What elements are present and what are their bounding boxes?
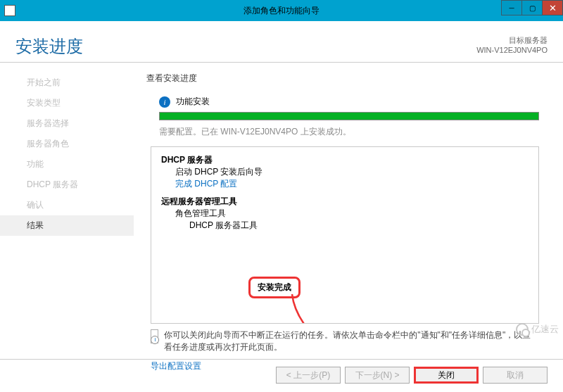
- window-close-button[interactable]: ✕: [542, 0, 563, 15]
- task-flag-icon: [151, 329, 158, 343]
- close-wizard-note: 你可以关闭此向导而不中断正在运行的任务。请依次单击命令栏中的"通知"和"任务详细…: [151, 329, 539, 353]
- cancel-button: 取消: [483, 367, 548, 384]
- status-line: i 功能安装: [159, 96, 548, 108]
- sidebar-item-dhcp-server: DHCP 服务器: [0, 175, 134, 195]
- sidebar-item-features: 功能: [0, 154, 134, 175]
- target-server-info: 目标服务器 WIN-V12EJ0NV4PO: [476, 35, 548, 58]
- page-title: 安装进度: [15, 35, 83, 58]
- window-title: 添加角色和功能向导: [0, 5, 563, 17]
- window-controls: ─ ▢ ✕: [502, 0, 563, 15]
- complete-dhcp-config-link[interactable]: 完成 DHCP 配置: [175, 178, 529, 190]
- note-text: 你可以关闭此向导而不中断正在运行的任务。请依次单击命令栏中的"通知"和"任务详细…: [164, 329, 539, 353]
- wizard-body: 开始之前 安装类型 服务器选择 服务器角色 功能 DHCP 服务器 确认 结果 …: [0, 63, 563, 372]
- minimize-button[interactable]: ─: [501, 0, 522, 15]
- watermark-icon: [516, 323, 529, 336]
- target-label: 目标服务器: [476, 35, 548, 46]
- wizard-footer: < 上一步(P) 下一步(N) > 关闭 取消: [0, 359, 563, 384]
- sidebar-item-server-select: 服务器选择: [0, 113, 134, 134]
- watermark: 亿速云: [516, 323, 559, 336]
- titlebar: 添加角色和功能向导 ─ ▢ ✕: [0, 0, 563, 21]
- sidebar-item-results: 结果: [0, 215, 134, 236]
- detail-role-tools: 角色管理工具: [175, 208, 529, 220]
- detail-remote-tools: 远程服务器管理工具: [161, 196, 529, 208]
- view-progress-label: 查看安装进度: [146, 72, 548, 84]
- install-details-panel: DHCP 服务器 启动 DHCP 安装后向导 完成 DHCP 配置 远程服务器管…: [151, 146, 539, 324]
- status-text: 功能安装: [176, 96, 210, 108]
- config-required-message: 需要配置。已在 WIN-V12EJ0NV4PO 上安装成功。: [159, 126, 548, 138]
- wizard-header: 安装进度 目标服务器 WIN-V12EJ0NV4PO: [0, 21, 563, 63]
- maximize-button[interactable]: ▢: [521, 0, 543, 15]
- detail-dhcp-server: DHCP 服务器: [161, 154, 529, 166]
- info-icon: i: [159, 96, 170, 108]
- sidebar-item-server-roles: 服务器角色: [0, 134, 134, 154]
- wizard-steps-sidebar: 开始之前 安装类型 服务器选择 服务器角色 功能 DHCP 服务器 确认 结果: [0, 63, 134, 372]
- detail-dhcp-start-wizard: 启动 DHCP 安装后向导: [175, 166, 529, 178]
- install-complete-annotation: 安装完成: [248, 277, 301, 298]
- sidebar-item-before-begin: 开始之前: [0, 72, 134, 93]
- next-button: 下一步(N) >: [345, 367, 410, 384]
- progress-bar: [159, 112, 539, 120]
- watermark-text: 亿速云: [531, 323, 559, 336]
- wizard-main: 查看安装进度 i 功能安装 需要配置。已在 WIN-V12EJ0NV4PO 上安…: [134, 63, 563, 372]
- previous-button: < 上一步(P): [276, 367, 341, 384]
- sidebar-item-confirm: 确认: [0, 195, 134, 215]
- close-button[interactable]: 关闭: [414, 367, 479, 384]
- target-server-name: WIN-V12EJ0NV4PO: [476, 46, 548, 54]
- detail-dhcp-tools: DHCP 服务器工具: [189, 220, 529, 232]
- sidebar-item-install-type: 安装类型: [0, 93, 134, 113]
